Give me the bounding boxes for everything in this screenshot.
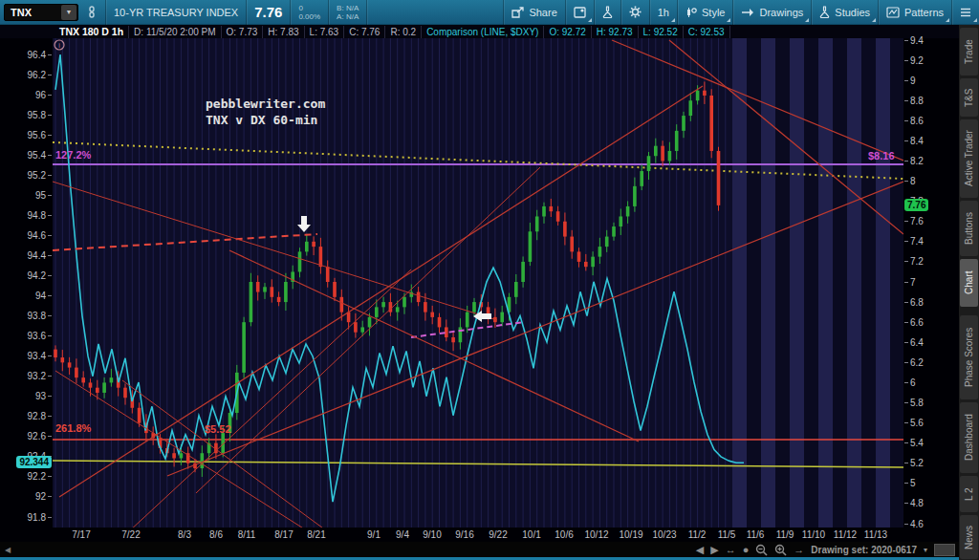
date-tick: 11/6 <box>747 529 765 540</box>
dot-icon[interactable]: ● <box>743 545 750 555</box>
date-tick: 9/10 <box>423 529 441 540</box>
session-band <box>775 38 790 528</box>
settings-button[interactable] <box>621 0 649 25</box>
last-price: 7.76 <box>247 0 290 25</box>
left-price-axis[interactable]: 92.344 96.496.29695.895.695.495.29594.89… <box>0 38 53 528</box>
session-band <box>747 38 761 528</box>
sidebar-tab-active-trader[interactable]: Active Trader <box>960 119 978 198</box>
session-band <box>761 38 775 528</box>
session-band <box>861 38 876 528</box>
sidebar-tab-trade[interactable]: Trade <box>960 28 978 75</box>
sidebar-tab-chart[interactable]: Chart <box>960 259 978 307</box>
quick-study-button[interactable] <box>595 0 620 25</box>
candle <box>312 242 315 247</box>
date-tick: 8/21 <box>307 529 325 540</box>
symbol-link-button[interactable] <box>78 0 105 25</box>
caret-down-icon[interactable]: ▾ <box>924 545 927 555</box>
candle <box>360 327 364 332</box>
candle <box>689 100 693 116</box>
plot-area[interactable]: pebblewriter.comTNX v DX 60-min127.2%$8.… <box>53 38 903 528</box>
pan-right-icon[interactable]: ▶ <box>710 545 718 555</box>
candle <box>584 262 588 267</box>
beaker-icon <box>602 6 613 18</box>
chart-annotation-label: $8.16 <box>868 150 895 162</box>
sidebar-tab-buttons[interactable]: Buttons <box>960 201 978 256</box>
date-tick: 7/17 <box>72 529 90 540</box>
candle <box>123 388 127 398</box>
studies-flask-icon <box>819 6 830 18</box>
pan-left-icon[interactable]: ◀ <box>696 545 704 555</box>
sidebar-tab-news[interactable]: News <box>960 515 978 559</box>
right-axis-tick: 5 <box>910 478 916 488</box>
candle <box>89 382 93 387</box>
symbol-value: TNX <box>5 7 61 18</box>
session-band <box>847 38 861 528</box>
left-axis-tick: 94.2 <box>28 270 46 281</box>
right-axis-tick: 6.8 <box>910 297 924 308</box>
candle <box>430 312 434 317</box>
date-tick: 7/22 <box>121 529 140 540</box>
symbol-combobox[interactable]: TNX ▼ <box>4 4 78 21</box>
right-axis-tick: 9.4 <box>910 35 924 46</box>
candle <box>647 156 651 171</box>
candle <box>402 297 406 308</box>
candle <box>333 282 337 297</box>
session-band <box>732 38 747 528</box>
chevron-down-icon[interactable]: ▼ <box>61 5 76 20</box>
ohlc-field: C: 7.76 <box>344 26 385 38</box>
price-plot[interactable]: pebblewriter.comTNX v DX 60-min127.2%$8.… <box>53 38 903 528</box>
notes-button[interactable] <box>566 0 594 25</box>
change-value: 0 <box>298 4 320 12</box>
candle <box>81 377 85 382</box>
date-tick: 10/12 <box>584 529 608 540</box>
studies-button[interactable]: Studies <box>812 0 878 25</box>
ask-value: A: N/A <box>337 12 359 21</box>
right-axis-tick: 8.6 <box>910 116 924 126</box>
menu-button[interactable] <box>952 0 979 25</box>
chart-header: TNX 180 D 1h D: 11/5/20 2:00 PMO: 7.73H:… <box>0 25 959 38</box>
candle <box>640 171 643 186</box>
left-axis-tick: 95.6 <box>28 130 46 140</box>
left-axis-tick: 93.4 <box>28 351 46 361</box>
candle <box>472 302 476 312</box>
status-corner-button[interactable] <box>934 544 955 556</box>
candle <box>521 262 525 282</box>
chart-title: TNX 180 D 1h <box>54 26 129 38</box>
left-axis-tick: 93.6 <box>28 331 46 341</box>
sidebar-tab-t-s[interactable]: T&S <box>960 78 978 117</box>
pan-left-corner-icon[interactable]: ◀ <box>5 546 11 554</box>
comparison-label[interactable]: Comparison (LINE, $DXY) <box>422 26 544 38</box>
candle <box>319 247 323 267</box>
candle <box>326 267 330 282</box>
drawing-set-label[interactable]: Drawing set: 2020-0617 <box>811 545 917 555</box>
left-axis-tick: 96.4 <box>28 50 46 60</box>
zoom-in-icon[interactable] <box>774 544 787 556</box>
candle <box>138 408 141 423</box>
patterns-button[interactable]: Patterns <box>879 0 951 25</box>
comparison-field: O: 92.72 <box>544 26 591 38</box>
left-axis-tick: 95.2 <box>28 170 46 181</box>
candle <box>717 151 721 205</box>
share-button[interactable]: Share <box>504 0 564 25</box>
fit-width-icon[interactable]: ↔ <box>726 545 736 555</box>
candle <box>110 377 114 382</box>
candle <box>396 307 400 312</box>
arrow-right-icon[interactable]: → <box>794 545 804 555</box>
left-axis-tick: 92.2 <box>28 471 46 482</box>
chart-annotation-label: TNX v DX 60-min <box>206 113 317 127</box>
sidebar-tab-l-2[interactable]: L 2 <box>960 476 978 512</box>
date-axis[interactable]: 7/177/228/38/68/118/178/219/19/49/109/16… <box>0 528 959 542</box>
timeframe-button[interactable]: 1h <box>650 0 677 25</box>
zoom-out-icon[interactable] <box>755 544 768 556</box>
candle <box>466 312 469 328</box>
right-axis-tick: 9 <box>910 75 916 86</box>
change-percent: 0.00% <box>298 12 320 21</box>
right-price-axis[interactable]: 7.76 9.49.298.88.68.48.287.87.67.47.276.… <box>903 38 959 528</box>
style-icon <box>685 7 697 18</box>
candle <box>180 453 184 458</box>
drawings-button[interactable]: Drawings <box>733 0 811 25</box>
sidebar-tab-dashboard[interactable]: Dashboard <box>960 402 978 473</box>
session-band <box>790 38 804 528</box>
sidebar-tab-phase-scores[interactable]: Phase Scores <box>960 315 978 399</box>
style-button[interactable]: Style <box>678 0 732 25</box>
